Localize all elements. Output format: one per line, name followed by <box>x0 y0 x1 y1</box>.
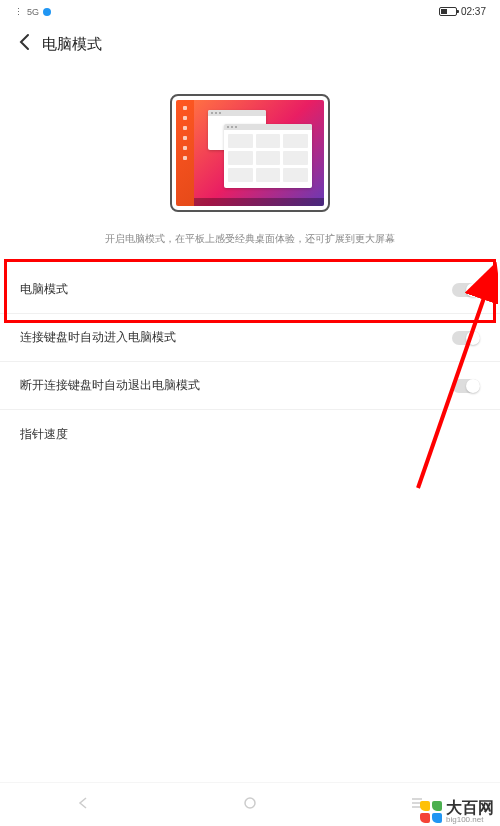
svg-point-2 <box>245 798 255 808</box>
setting-label: 断开连接键盘时自动退出电脑模式 <box>20 377 200 394</box>
status-time: 02:37 <box>461 6 486 17</box>
signal-text: 5G <box>27 7 39 17</box>
toggle-auto-enter[interactable] <box>452 331 480 345</box>
setting-pointer-speed[interactable]: 指针速度 <box>0 410 500 458</box>
nav-home-icon[interactable] <box>243 796 257 814</box>
back-icon[interactable] <box>18 33 30 56</box>
toggle-pc-mode[interactable] <box>452 283 480 297</box>
header: 电脑模式 <box>0 23 500 66</box>
status-bar: ⋮ 5G 02:37 <box>0 0 500 23</box>
watermark-text: 大百网 <box>446 800 494 816</box>
battery-icon <box>439 7 457 16</box>
setting-auto-enter[interactable]: 连接键盘时自动进入电脑模式 <box>0 314 500 362</box>
nav-back-icon[interactable] <box>76 796 90 814</box>
status-left: ⋮ 5G <box>14 7 51 17</box>
description-text: 开启电脑模式，在平板上感受经典桌面体验，还可扩展到更大屏幕 <box>0 224 500 266</box>
tablet-frame-icon <box>170 94 330 212</box>
watermark: 大百网 big100.net <box>420 800 494 824</box>
setting-label: 连接键盘时自动进入电脑模式 <box>20 329 176 346</box>
settings-list: 电脑模式 连接键盘时自动进入电脑模式 断开连接键盘时自动退出电脑模式 指针速度 <box>0 266 500 458</box>
setting-pc-mode[interactable]: 电脑模式 <box>0 266 500 314</box>
illustration <box>0 66 500 224</box>
setting-label: 指针速度 <box>20 426 68 443</box>
wifi-icon: ⋮ <box>14 7 23 17</box>
status-right: 02:37 <box>439 6 486 17</box>
watermark-url: big100.net <box>446 816 494 824</box>
page-title: 电脑模式 <box>42 35 102 54</box>
watermark-logo-icon <box>420 801 442 823</box>
notification-dot-icon <box>43 8 51 16</box>
setting-auto-exit[interactable]: 断开连接键盘时自动退出电脑模式 <box>0 362 500 410</box>
setting-label: 电脑模式 <box>20 281 68 298</box>
toggle-auto-exit[interactable] <box>452 379 480 393</box>
